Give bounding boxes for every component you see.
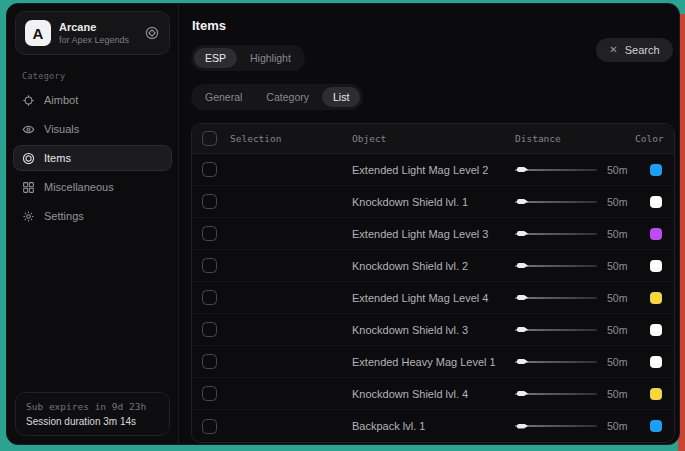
- column-header-selection: Selection: [230, 133, 352, 144]
- tab-highlight[interactable]: Highlight: [239, 48, 302, 68]
- crosshair-icon: [22, 94, 35, 107]
- distance-slider[interactable]: [515, 229, 597, 239]
- object-name: Knockdown Shield lvl. 2: [352, 260, 515, 272]
- sidebar-item-miscellaneous[interactable]: Miscellaneous: [13, 174, 172, 200]
- app-name: Arcane: [59, 21, 136, 33]
- app-header-card: A Arcane for Apex Legends: [15, 11, 170, 55]
- slider-handle[interactable]: [517, 199, 528, 204]
- tab-general[interactable]: General: [194, 87, 253, 107]
- row-checkbox[interactable]: [202, 162, 217, 177]
- column-header-color: Color: [635, 133, 664, 144]
- sidebar-item-label: Items: [44, 152, 71, 164]
- table-body: Extended Light Mag Level 250mKnockdown S…: [192, 154, 674, 442]
- search-x-icon: ✕: [609, 45, 617, 55]
- main-panel: Items ESPHighlight ✕ Search GeneralCateg…: [179, 4, 680, 444]
- select-all-checkbox[interactable]: [202, 131, 217, 146]
- row-checkbox[interactable]: [202, 386, 217, 401]
- distance-value: 50m: [607, 388, 627, 400]
- table-row: Extended Light Mag Level 250m: [192, 154, 674, 186]
- sidebar-item-settings[interactable]: Settings: [13, 203, 172, 229]
- slider-handle[interactable]: [517, 327, 528, 332]
- color-swatch[interactable]: [650, 324, 662, 336]
- distance-slider[interactable]: [515, 325, 597, 335]
- slider-handle[interactable]: [517, 231, 528, 236]
- grid-icon: [22, 181, 35, 194]
- sidebar-item-label: Miscellaneous: [44, 181, 114, 193]
- distance-slider[interactable]: [515, 261, 597, 271]
- table-row: Extended Light Mag Level 450m: [192, 282, 674, 314]
- table-row: Knockdown Shield lvl. 350m: [192, 314, 674, 346]
- page-title: Items: [192, 18, 675, 33]
- object-name: Extended Heavy Mag Level 1: [352, 356, 515, 368]
- distance-value: 50m: [607, 196, 627, 208]
- table-header-row: Selection Object Distance Color: [192, 124, 674, 154]
- distance-value: 50m: [607, 292, 627, 304]
- distance-value: 50m: [607, 260, 627, 272]
- distance-slider[interactable]: [515, 197, 597, 207]
- sidebar-item-aimbot[interactable]: Aimbot: [13, 87, 172, 113]
- distance-slider[interactable]: [515, 389, 597, 399]
- object-name: Extended Light Mag Level 2: [352, 164, 515, 176]
- color-swatch[interactable]: [650, 388, 662, 400]
- sidebar-item-label: Aimbot: [44, 94, 78, 106]
- object-name: Knockdown Shield lvl. 3: [352, 324, 515, 336]
- sidebar-item-label: Settings: [44, 210, 84, 222]
- color-swatch[interactable]: [650, 228, 662, 240]
- color-swatch[interactable]: [650, 356, 662, 368]
- slider-handle[interactable]: [517, 391, 528, 396]
- distance-value: 50m: [607, 356, 627, 368]
- object-name: Knockdown Shield lvl. 1: [352, 196, 515, 208]
- row-checkbox[interactable]: [202, 354, 217, 369]
- slider-handle[interactable]: [517, 263, 528, 268]
- distance-value: 50m: [607, 324, 627, 336]
- color-swatch[interactable]: [650, 260, 662, 272]
- slider-handle[interactable]: [517, 295, 528, 300]
- color-swatch[interactable]: [650, 164, 662, 176]
- row-checkbox[interactable]: [202, 290, 217, 305]
- slider-handle[interactable]: [517, 359, 528, 364]
- slider-handle[interactable]: [517, 167, 528, 172]
- table-row: Extended Light Mag Level 350m: [192, 218, 674, 250]
- table-row: Knockdown Shield lvl. 250m: [192, 250, 674, 282]
- row-checkbox[interactable]: [202, 194, 217, 209]
- app-subtitle: for Apex Legends: [59, 35, 136, 45]
- sidebar-item-label: Visuals: [44, 123, 79, 135]
- tab-list[interactable]: List: [322, 87, 360, 107]
- distance-slider[interactable]: [515, 421, 597, 431]
- row-checkbox[interactable]: [202, 419, 217, 434]
- distance-value: 50m: [607, 420, 627, 432]
- sidebar-item-visuals[interactable]: Visuals: [13, 116, 172, 142]
- search-button[interactable]: ✕ Search: [596, 38, 672, 62]
- sidebar-item-items[interactable]: Items: [13, 145, 172, 171]
- tab-esp[interactable]: ESP: [194, 48, 237, 68]
- distance-value: 50m: [607, 228, 627, 240]
- object-name: Extended Light Mag Level 3: [352, 228, 515, 240]
- eye-icon: [22, 123, 35, 136]
- object-name: Backpack lvl. 1: [352, 420, 515, 432]
- gear-icon: [22, 210, 35, 223]
- color-swatch[interactable]: [650, 292, 662, 304]
- distance-slider[interactable]: [515, 165, 597, 175]
- sidebar: A Arcane for Apex Legends Category Aimbo…: [7, 4, 179, 444]
- session-duration-text: Session duration 3m 14s: [26, 416, 159, 427]
- package-icon: [22, 152, 35, 165]
- row-checkbox[interactable]: [202, 322, 217, 337]
- color-swatch[interactable]: [650, 196, 662, 208]
- distance-slider[interactable]: [515, 293, 597, 303]
- items-table: Selection Object Distance Color Extended…: [191, 123, 675, 443]
- tab-category[interactable]: Category: [255, 87, 320, 107]
- row-checkbox[interactable]: [202, 258, 217, 273]
- color-swatch[interactable]: [650, 420, 662, 432]
- pin-icon[interactable]: [144, 25, 160, 41]
- row-checkbox[interactable]: [202, 226, 217, 241]
- object-name: Extended Light Mag Level 4: [352, 292, 515, 304]
- sidebar-nav: AimbotVisualsItemsMiscellaneousSettings: [7, 87, 178, 229]
- sub-expiry-text: Sub expires in 9d 23h: [26, 401, 159, 412]
- column-header-distance: Distance: [515, 133, 635, 144]
- app-window: A Arcane for Apex Legends Category Aimbo…: [6, 3, 680, 445]
- column-header-object: Object: [352, 133, 515, 144]
- distance-slider[interactable]: [515, 357, 597, 367]
- sidebar-section-label: Category: [22, 71, 178, 81]
- search-button-label: Search: [625, 44, 660, 56]
- table-row: Backpack lvl. 150m: [192, 410, 674, 442]
